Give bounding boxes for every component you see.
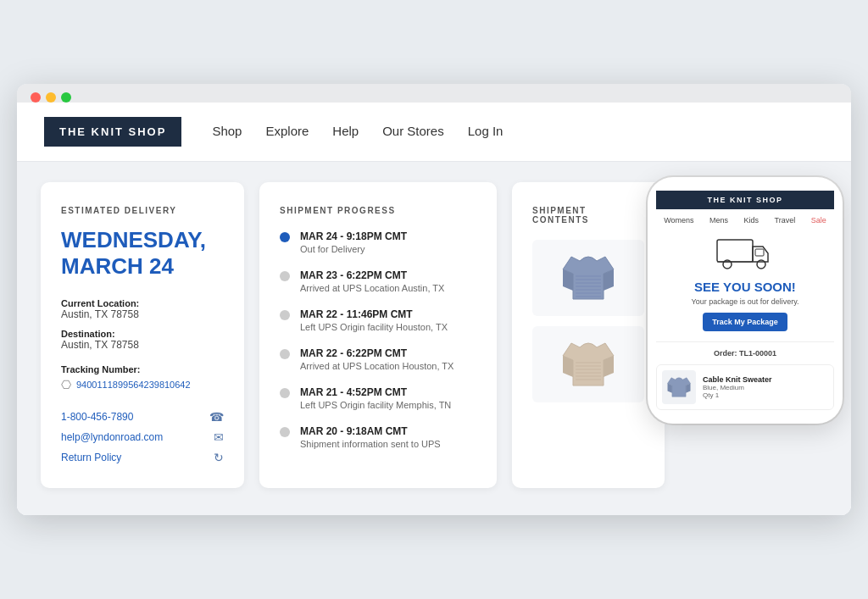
phone-item-detail-color: Blue, Medium — [703, 384, 772, 391]
svg-rect-13 — [717, 240, 753, 262]
progress-dot-3 — [280, 310, 290, 320]
progress-time-4: MAR 22 - 6:22PM CMT — [300, 347, 453, 359]
sweater-blue-img — [554, 244, 622, 312]
browser-window: THE KNIT SHOP Shop Explore Help Our Stor… — [17, 84, 851, 515]
nav-explore[interactable]: Explore — [265, 124, 309, 138]
tracking-label: Tracking Number: — [61, 364, 224, 374]
phone-item-name: Cable Knit Sweater — [703, 375, 772, 384]
maximize-dot[interactable] — [61, 92, 71, 103]
progress-dot-2 — [280, 271, 290, 281]
progress-time-5: MAR 21 - 4:52PM CMT — [300, 386, 451, 398]
phone-item-image — [662, 370, 696, 404]
svg-rect-17 — [755, 249, 764, 256]
return-policy-link[interactable]: Return Policy — [61, 452, 121, 463]
contents-item-2 — [532, 326, 644, 402]
progress-item-2: MAR 23 - 6:22PM CMT Arrived at UPS Locat… — [280, 269, 476, 293]
sweater-beige-img — [554, 330, 622, 398]
phone-item-detail-qty: Qty 1 — [703, 391, 772, 399]
progress-item-5: MAR 21 - 4:52PM CMT Left UPS Origin faci… — [280, 386, 476, 410]
progress-details-5: MAR 21 - 4:52PM CMT Left UPS Origin faci… — [300, 386, 451, 410]
progress-desc-4: Arrived at UPS Location Houston, TX — [300, 361, 453, 371]
progress-item-6: MAR 20 - 9:18AM CMT Shipment information… — [280, 425, 476, 449]
current-location-label: Current Location: — [61, 298, 224, 308]
tracking-number-row: ⎔ 9400111899564239810642 — [61, 378, 224, 391]
progress-details-3: MAR 22 - 11:46PM CMT Left UPS Origin fac… — [300, 308, 448, 332]
nav-links: Shop Explore Help Our Stores Log In — [212, 124, 503, 139]
delivery-date: WEDNESDAY, MARCH 24 — [61, 227, 224, 280]
estimated-delivery-title: ESTIMATED DELIVERY — [61, 206, 224, 215]
contact-links: 1-800-456-7890 ☎ help@lyndonroad.com ✉ R… — [61, 410, 224, 464]
phone-subtext: Your package is out for delivery. — [656, 297, 834, 306]
shipment-contents-card: SHIPMENT CONTENTS — [512, 182, 665, 488]
progress-desc-5: Left UPS Origin facility Memphis, TN — [300, 400, 451, 410]
progress-dot-active — [280, 232, 290, 242]
progress-item-1: MAR 24 - 9:18PM CMT Out for Delivery — [280, 230, 476, 254]
phone-nav-mens[interactable]: Mens — [709, 216, 728, 225]
email-link[interactable]: help@lyndonroad.com — [61, 431, 163, 443]
phone-headline: SEE YOU SOON! — [656, 280, 834, 294]
progress-desc-2: Arrived at UPS Location Austin, TX — [300, 283, 444, 293]
email-icon: ✉ — [214, 430, 224, 444]
progress-item-3: MAR 22 - 11:46PM CMT Left UPS Origin fac… — [280, 308, 476, 332]
contents-list — [532, 240, 644, 402]
progress-desc-3: Left UPS Origin facility Houston, TX — [300, 322, 448, 332]
progress-list: MAR 24 - 9:18PM CMT Out for Delivery MAR… — [280, 230, 476, 449]
shipment-progress-card: SHIPMENT PROGRESS MAR 24 - 9:18PM CMT Ou… — [259, 182, 497, 488]
phone-frame: THE KNIT SHOP Womens Mens Kids Travel Sa… — [648, 177, 843, 424]
close-dot[interactable] — [31, 92, 41, 103]
phone-link[interactable]: 1-800-456-7890 — [61, 411, 133, 423]
tracking-number-link[interactable]: 9400111899564239810642 — [76, 380, 191, 390]
estimated-delivery-card: ESTIMATED DELIVERY WEDNESDAY, MARCH 24 C… — [41, 182, 244, 488]
phone-nav-kids[interactable]: Kids — [744, 216, 760, 225]
phone-sweater-icon — [664, 372, 694, 402]
track-my-package-button[interactable]: Track My Package — [703, 313, 787, 331]
navbar: THE KNIT SHOP Shop Explore Help Our Stor… — [17, 103, 851, 162]
phone-nav-travel[interactable]: Travel — [775, 216, 796, 225]
contents-item-1 — [532, 240, 644, 316]
phone-order-label: Order: TL1-00001 — [656, 349, 834, 358]
progress-desc-1: Out for Delivery — [300, 244, 407, 254]
nav-shop[interactable]: Shop — [212, 124, 242, 138]
progress-desc-6: Shipment information sent to UPS — [300, 439, 441, 449]
nav-login[interactable]: Log In — [468, 124, 504, 138]
shipment-progress-title: SHIPMENT PROGRESS — [280, 206, 476, 215]
progress-details-4: MAR 22 - 6:22PM CMT Arrived at UPS Locat… — [300, 347, 453, 371]
progress-time-1: MAR 24 - 9:18PM CMT — [300, 230, 407, 242]
nav-our-stores[interactable]: Our Stores — [382, 124, 444, 138]
phone-icon: ☎ — [209, 410, 224, 424]
browser-chrome — [17, 84, 851, 103]
barcode-icon: ⎔ — [61, 378, 71, 391]
progress-item-4: MAR 22 - 6:22PM CMT Arrived at UPS Locat… — [280, 347, 476, 371]
current-location-block: Current Location: Austin, TX 78758 — [61, 298, 224, 320]
progress-time-6: MAR 20 - 9:18AM CMT — [300, 425, 441, 437]
phone-nav-sale[interactable]: Sale — [811, 216, 826, 225]
phone-item-info: Cable Knit Sweater Blue, Medium Qty 1 — [703, 375, 772, 399]
phone-divider — [656, 341, 834, 342]
nav-help[interactable]: Help — [332, 124, 359, 138]
website: THE KNIT SHOP Shop Explore Help Our Stor… — [17, 103, 851, 515]
email-row: help@lyndonroad.com ✉ — [61, 430, 224, 444]
progress-time-3: MAR 22 - 11:46PM CMT — [300, 308, 448, 320]
progress-details-1: MAR 24 - 9:18PM CMT Out for Delivery — [300, 230, 407, 254]
shipment-contents-title: SHIPMENT CONTENTS — [532, 206, 644, 225]
current-location-value: Austin, TX 78758 — [61, 308, 224, 320]
truck-container — [656, 233, 834, 273]
tracking-section: Tracking Number: ⎔ 940011189956423981064… — [61, 364, 224, 391]
return-icon: ↻ — [214, 451, 224, 464]
progress-dot-6 — [280, 427, 290, 437]
progress-details-6: MAR 20 - 9:18AM CMT Shipment information… — [300, 425, 441, 449]
phone-nav-womens[interactable]: Womens — [664, 216, 693, 225]
phone-screen: THE KNIT SHOP Womens Mens Kids Travel Sa… — [656, 191, 834, 410]
return-policy-row: Return Policy ↻ — [61, 451, 224, 464]
progress-dot-4 — [280, 349, 290, 359]
destination-block: Destination: Austin, TX 78758 — [61, 329, 224, 351]
progress-details-2: MAR 23 - 6:22PM CMT Arrived at UPS Locat… — [300, 269, 444, 293]
phone-nav: Womens Mens Kids Travel Sale — [656, 216, 834, 225]
phone-order-item: Cable Knit Sweater Blue, Medium Qty 1 — [656, 364, 834, 410]
phone-mockup: THE KNIT SHOP Womens Mens Kids Travel Sa… — [648, 177, 843, 424]
phone-logo: THE KNIT SHOP — [656, 191, 834, 209]
logo[interactable]: THE KNIT SHOP — [44, 117, 181, 147]
destination-label: Destination: — [61, 329, 224, 339]
progress-dot-5 — [280, 388, 290, 398]
minimize-dot[interactable] — [46, 92, 56, 103]
